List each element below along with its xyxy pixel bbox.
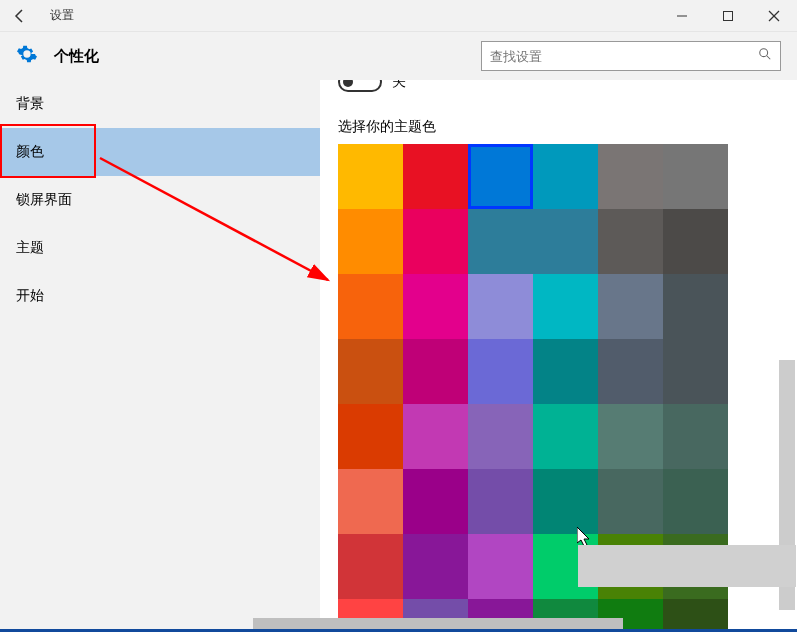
gray-overlay-bar — [578, 545, 796, 587]
search-input[interactable] — [490, 49, 758, 64]
sidebar-item-lockscreen[interactable]: 锁屏界面 — [0, 176, 320, 224]
sidebar: 背景 颜色 锁屏界面 主题 开始 — [0, 80, 320, 632]
color-swatch[interactable] — [663, 339, 728, 404]
back-arrow-icon — [12, 8, 28, 24]
color-swatch[interactable] — [403, 209, 468, 274]
color-swatch[interactable] — [663, 599, 728, 632]
color-swatch[interactable] — [338, 339, 403, 404]
color-swatch[interactable] — [663, 144, 728, 209]
color-swatch[interactable] — [338, 469, 403, 534]
svg-point-4 — [760, 49, 768, 57]
color-swatch[interactable] — [403, 274, 468, 339]
color-swatch[interactable] — [663, 274, 728, 339]
sidebar-item-label: 主题 — [16, 239, 44, 257]
window-title: 设置 — [50, 7, 74, 24]
page-title: 个性化 — [54, 47, 99, 66]
maximize-icon — [722, 10, 734, 22]
color-swatch[interactable] — [663, 209, 728, 274]
search-box[interactable] — [481, 41, 781, 71]
color-swatch[interactable] — [598, 404, 663, 469]
color-swatch[interactable] — [338, 274, 403, 339]
color-swatch[interactable] — [468, 274, 533, 339]
toggle-label: 关 — [392, 80, 406, 91]
color-swatch[interactable] — [338, 534, 403, 599]
search-icon — [758, 47, 772, 65]
gear-icon — [16, 43, 38, 69]
window-controls — [659, 0, 797, 32]
color-swatch[interactable] — [403, 469, 468, 534]
color-swatch[interactable] — [598, 144, 663, 209]
color-swatch[interactable] — [338, 404, 403, 469]
sidebar-item-colors[interactable]: 颜色 — [0, 128, 320, 176]
sidebar-item-label: 背景 — [16, 95, 44, 113]
sidebar-item-label: 锁屏界面 — [16, 191, 72, 209]
close-icon — [768, 10, 780, 22]
color-swatch[interactable] — [468, 534, 533, 599]
color-swatch[interactable] — [468, 209, 533, 274]
color-swatch[interactable] — [663, 469, 728, 534]
toggle-switch[interactable]: 关 — [338, 80, 406, 92]
sidebar-item-label: 颜色 — [16, 143, 44, 161]
minimize-icon — [676, 10, 688, 22]
color-swatch[interactable] — [533, 144, 598, 209]
color-swatch[interactable] — [468, 469, 533, 534]
sidebar-item-start[interactable]: 开始 — [0, 272, 320, 320]
color-swatch[interactable] — [338, 209, 403, 274]
titlebar: 设置 — [0, 0, 797, 32]
svg-rect-1 — [724, 11, 733, 20]
color-swatch[interactable] — [598, 274, 663, 339]
color-swatch[interactable] — [533, 404, 598, 469]
color-swatch[interactable] — [468, 339, 533, 404]
color-swatch[interactable] — [533, 274, 598, 339]
color-swatch[interactable] — [598, 209, 663, 274]
sidebar-item-background[interactable]: 背景 — [0, 80, 320, 128]
accent-color-label: 选择你的主题色 — [338, 118, 797, 136]
color-swatch[interactable] — [403, 534, 468, 599]
color-swatch[interactable] — [403, 339, 468, 404]
color-swatch[interactable] — [403, 144, 468, 209]
color-swatch[interactable] — [468, 404, 533, 469]
color-swatch[interactable] — [403, 404, 468, 469]
close-button[interactable] — [751, 0, 797, 32]
color-swatch[interactable] — [533, 469, 598, 534]
color-swatch[interactable] — [663, 404, 728, 469]
back-button[interactable] — [0, 0, 40, 32]
toggle-pill-icon — [338, 80, 382, 92]
color-swatch[interactable] — [598, 339, 663, 404]
color-swatch[interactable] — [338, 144, 403, 209]
color-swatch[interactable] — [533, 209, 598, 274]
color-swatch[interactable] — [533, 339, 598, 404]
svg-line-5 — [767, 56, 771, 60]
maximize-button[interactable] — [705, 0, 751, 32]
minimize-button[interactable] — [659, 0, 705, 32]
sidebar-item-themes[interactable]: 主题 — [0, 224, 320, 272]
sidebar-item-label: 开始 — [16, 287, 44, 305]
color-swatch[interactable] — [598, 469, 663, 534]
header: 个性化 — [0, 32, 797, 80]
color-swatch[interactable] — [468, 144, 533, 209]
